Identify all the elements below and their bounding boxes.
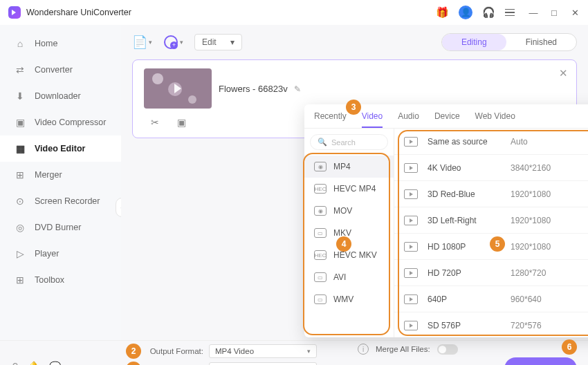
video-icon xyxy=(404,189,418,199)
pin-4: 4 xyxy=(336,236,351,252)
feedback-icon[interactable]: 💬 xyxy=(49,361,61,365)
res-3d-red-blue[interactable]: 3D Red-Blue1920*1080✎ xyxy=(394,181,588,207)
res-4k[interactable]: 4K Video3840*2160✎ xyxy=(394,155,588,181)
format-icon: ▭ xyxy=(314,294,327,304)
add-circle-icon xyxy=(163,35,178,50)
res-same-as-source[interactable]: Same as sourceAuto✎ xyxy=(394,129,588,155)
sidebar-item-label: Home xyxy=(35,39,57,48)
tab-audio[interactable]: Audio xyxy=(398,111,419,128)
add-file-icon: 📄 xyxy=(132,35,147,50)
pin-2: 2 xyxy=(126,344,141,359)
window-close-button[interactable]: ✕ xyxy=(570,8,580,18)
video-filename: Flowers - 66823v xyxy=(219,84,288,94)
crop-icon[interactable]: ▣ xyxy=(174,115,188,129)
edit-dropdown[interactable]: Edit ▾ xyxy=(194,34,242,50)
sidebar-item-player[interactable]: ▷Player xyxy=(0,241,121,267)
pin-1: 1 xyxy=(126,362,141,366)
format-icon: ◉ xyxy=(314,162,327,171)
video-thumbnail[interactable] xyxy=(144,68,212,109)
segment-editing[interactable]: Editing xyxy=(442,34,506,50)
res-3d-left-right[interactable]: 3D Left-Right1920*1080✎ xyxy=(394,207,588,234)
video-icon xyxy=(404,321,418,330)
player-icon: ▷ xyxy=(14,247,26,260)
format-mov[interactable]: ◉MOV xyxy=(304,200,394,222)
tab-video[interactable]: Video xyxy=(362,111,383,128)
sidebar-item-home[interactable]: ⌂Home xyxy=(0,30,121,57)
converter-icon: ⇄ xyxy=(14,64,26,76)
sidebar-item-toolbox[interactable]: ⊞Toolbox xyxy=(0,267,121,293)
sidebar-item-downloader[interactable]: ⬇Downloader xyxy=(0,83,121,109)
tab-recently[interactable]: Recently xyxy=(314,111,347,128)
window-maximize-button[interactable]: □ xyxy=(549,8,559,18)
notification-bell-icon[interactable]: 🔔 xyxy=(28,361,39,365)
add-file-button[interactable]: 📄 ▾ xyxy=(132,35,152,50)
pin-6: 6 xyxy=(562,339,577,355)
download-icon: ⬇ xyxy=(14,90,26,102)
sidebar-item-label: Merger xyxy=(35,170,62,180)
info-icon[interactable]: i xyxy=(358,344,369,355)
search-icon: 🔍 xyxy=(318,138,327,147)
start-all-button[interactable]: Start All xyxy=(504,357,577,365)
merge-all-toggle[interactable] xyxy=(437,344,458,355)
format-hevc-mp4[interactable]: HECHEVC MP4 xyxy=(304,178,394,200)
res-sd-576p[interactable]: SD 576P720*576✎ xyxy=(394,312,588,337)
toolbar: 📄 ▾ ▾ Edit ▾ Editing Finished xyxy=(132,33,577,51)
compress-icon: ▣ xyxy=(14,116,26,129)
record-icon: ⊙ xyxy=(14,195,26,207)
format-avi[interactable]: ▭AVI xyxy=(304,266,394,288)
add-url-button[interactable]: ▾ xyxy=(163,35,183,50)
sidebar-item-label: Toolbox xyxy=(35,275,64,285)
video-icon xyxy=(404,216,418,225)
sidebar-item-converter[interactable]: ⇄Converter xyxy=(0,57,121,83)
segment-finished[interactable]: Finished xyxy=(506,34,576,50)
app-logo-icon xyxy=(8,6,21,19)
sidebar-item-label: Screen Recorder xyxy=(35,196,100,206)
close-card-button[interactable]: ✕ xyxy=(559,67,568,79)
format-icon: ▭ xyxy=(314,228,327,238)
cut-icon[interactable]: ✂ xyxy=(148,115,162,129)
sidebar-item-label: Converter xyxy=(35,65,73,75)
format-list: 🔍 Search ◉MP4 HECHEVC MP4 ◉MOV ▭MKV HECH… xyxy=(304,129,394,337)
chevron-down-icon: ▾ xyxy=(180,39,183,46)
res-hd-720p[interactable]: HD 720P1280*720✎ xyxy=(394,260,588,286)
gift-icon[interactable]: 🎁 xyxy=(436,6,449,19)
output-format-select[interactable]: MP4 Video▾ xyxy=(209,344,317,358)
format-icon: ▭ xyxy=(314,272,327,282)
sidebar-item-video-editor[interactable]: ▦Video Editor xyxy=(0,135,121,162)
format-icon: HEC xyxy=(314,250,327,260)
support-headset-icon[interactable]: 🎧 xyxy=(482,6,495,19)
merger-icon: ⊞ xyxy=(14,169,26,181)
window-minimize-button[interactable]: — xyxy=(529,8,538,18)
sidebar-item-merger[interactable]: ⊞Merger xyxy=(0,162,121,188)
sidebar-item-label: Video Compressor xyxy=(35,118,106,127)
chevron-down-icon: ▾ xyxy=(307,348,311,355)
format-wmv[interactable]: ▭WMV xyxy=(304,288,394,310)
editor-icon: ▦ xyxy=(14,142,26,155)
hamburger-menu-icon[interactable] xyxy=(505,9,515,17)
sidebar: ⌂Home ⇄Converter ⬇Downloader ▣Video Comp… xyxy=(0,25,121,340)
pin-3: 3 xyxy=(346,100,361,115)
help-icon[interactable]: ? xyxy=(12,361,18,365)
sidebar-item-screen-recorder[interactable]: ⊙Screen Recorder xyxy=(0,188,121,214)
merge-all-label: Merge All Files: xyxy=(376,345,430,353)
status-segment: Editing Finished xyxy=(441,33,577,51)
toolbox-icon: ⊞ xyxy=(14,274,26,286)
format-search[interactable]: 🔍 Search xyxy=(310,134,388,150)
app-title: Wondershare UniConverter xyxy=(26,8,131,17)
sidebar-item-label: Downloader xyxy=(35,91,81,101)
format-icon: ◉ xyxy=(314,206,327,216)
titlebar: Wondershare UniConverter 🎁 👤 🎧 — □ ✕ xyxy=(0,0,588,25)
res-640p[interactable]: 640P960*640✎ xyxy=(394,286,588,312)
user-avatar-icon[interactable]: 👤 xyxy=(459,6,472,19)
rename-icon[interactable]: ✎ xyxy=(294,84,301,94)
format-icon: HEC xyxy=(314,184,327,194)
format-mp4[interactable]: ◉MP4 xyxy=(304,156,394,178)
sidebar-item-dvd-burner[interactable]: ◎DVD Burner xyxy=(0,214,121,241)
file-location-select[interactable]: D:\Wondershare UniConverter 1▾ xyxy=(209,362,317,366)
content-area: 📄 ▾ ▾ Edit ▾ Editing Finished ✕ Fl xyxy=(121,25,588,340)
sidebar-item-compressor[interactable]: ▣Video Compressor xyxy=(0,109,121,135)
tab-device[interactable]: Device xyxy=(434,111,460,128)
sidebar-item-label: DVD Burner xyxy=(35,223,81,232)
tab-web-video[interactable]: Web Video xyxy=(475,111,515,128)
chevron-down-icon: ▾ xyxy=(149,39,152,46)
